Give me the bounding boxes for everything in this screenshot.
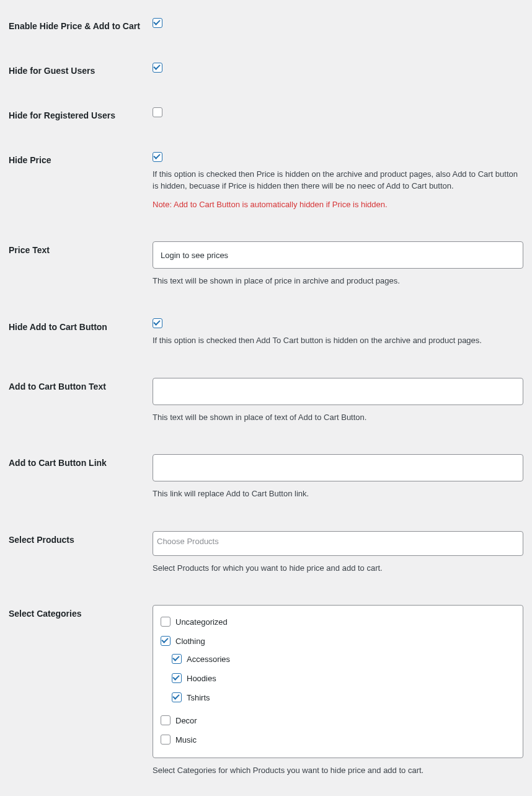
categories-box: UncategorizedClothingAccessoriesHoodiesT… xyxy=(153,605,523,758)
category-name: Tshirts xyxy=(187,693,210,702)
category-item: Tshirts xyxy=(172,689,515,708)
hide-price-checkbox[interactable] xyxy=(153,152,162,162)
category-checkbox[interactable] xyxy=(172,654,182,664)
category-item: Uncategorized xyxy=(161,613,515,632)
category-label[interactable]: Hoodies xyxy=(172,673,216,683)
category-label[interactable]: Tshirts xyxy=(172,692,210,702)
category-label[interactable]: Accessories xyxy=(172,654,230,664)
hide-cart-desc: If this option is checked then Add To Ca… xyxy=(153,334,523,347)
hide-cart-label: Hide Add to Cart Button xyxy=(9,322,107,332)
category-name: Uncategorized xyxy=(175,617,228,627)
category-checkbox[interactable] xyxy=(172,692,182,702)
categories-list: UncategorizedClothingAccessoriesHoodiesT… xyxy=(161,613,515,750)
enable-label: Enable Hide Price & Add to Cart xyxy=(9,21,140,31)
category-name: Accessories xyxy=(187,655,230,664)
products-select[interactable]: Choose Products xyxy=(153,531,523,556)
category-name: Clothing xyxy=(175,637,205,646)
hide-registered-checkbox[interactable] xyxy=(153,107,162,117)
cart-link-label: Add to Cart Button Link xyxy=(9,458,107,468)
category-item: ClothingAccessoriesHoodiesTshirts xyxy=(161,632,515,712)
category-checkbox[interactable] xyxy=(161,636,171,646)
hide-price-note: Note: Add to Cart Button is automaticall… xyxy=(153,199,523,211)
categories-desc: Select Categories for which Products you… xyxy=(153,764,523,777)
cart-text-input[interactable] xyxy=(153,378,523,405)
category-label[interactable]: Music xyxy=(161,735,197,745)
category-checkbox[interactable] xyxy=(172,673,182,683)
category-checkbox[interactable] xyxy=(161,617,171,627)
category-item: Music xyxy=(161,731,515,750)
category-children: AccessoriesHoodiesTshirts xyxy=(161,650,515,708)
cart-link-input[interactable] xyxy=(153,454,523,481)
cart-text-label: Add to Cart Button Text xyxy=(9,382,106,391)
products-label: Select Products xyxy=(9,535,74,545)
categories-label: Select Categories xyxy=(9,609,82,619)
price-text-input[interactable] xyxy=(153,241,523,269)
category-checkbox[interactable] xyxy=(161,735,171,745)
category-label[interactable]: Uncategorized xyxy=(161,617,228,627)
products-desc: Select Products for which you want to hi… xyxy=(153,562,523,575)
enable-checkbox[interactable] xyxy=(153,18,162,28)
category-item: Accessories xyxy=(172,650,515,669)
settings-table: Enable Hide Price & Add to Cart Hide for… xyxy=(9,11,523,787)
hide-price-desc: If this option is checked then Price is … xyxy=(153,168,523,192)
price-text-label: Price Text xyxy=(9,245,50,255)
category-item: Decor xyxy=(161,712,515,731)
hide-guest-checkbox[interactable] xyxy=(153,63,162,73)
category-label[interactable]: Decor xyxy=(161,715,197,725)
hide-price-label: Hide Price xyxy=(9,155,51,165)
category-label[interactable]: Clothing xyxy=(161,636,205,646)
hide-cart-checkbox[interactable] xyxy=(153,318,162,328)
category-name: Hoodies xyxy=(187,674,216,683)
cart-text-desc: This text will be shown in place of text… xyxy=(153,411,523,424)
category-item: Hoodies xyxy=(172,669,515,689)
price-text-desc: This text will be shown in place of pric… xyxy=(153,275,523,287)
category-checkbox[interactable] xyxy=(161,715,171,725)
category-name: Decor xyxy=(175,716,197,725)
hide-registered-label: Hide for Registered Users xyxy=(9,110,115,120)
cart-link-desc: This link will replace Add to Cart Butto… xyxy=(153,488,523,500)
category-name: Music xyxy=(175,735,197,745)
hide-guest-label: Hide for Guest Users xyxy=(9,66,95,76)
